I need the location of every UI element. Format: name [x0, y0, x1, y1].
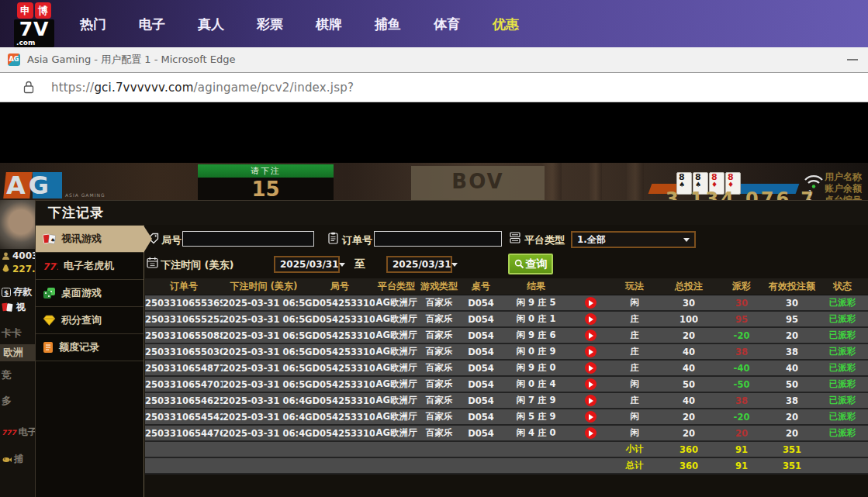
play-type: 闲	[610, 427, 659, 439]
column-header-1: 下注时间 (美东)	[223, 280, 305, 293]
modal-sidebar-item-3[interactable]: 积分查询	[36, 307, 144, 334]
username-label: 用户名称	[825, 171, 862, 183]
modal-body: ♠视讯游戏777电子老虎机桌面游戏积分查询额度记录 局号 订单号 平台类型 1.…	[36, 225, 868, 497]
brand-text: 7V	[19, 18, 50, 40]
url-text[interactable]: https://gci.7vvvvvv.com/agingame/pcv2/in…	[51, 81, 354, 95]
nav-item-4[interactable]: 棋牌	[316, 16, 342, 33]
order-number-input[interactable]	[374, 231, 502, 247]
round-number: GD054253310PE	[305, 330, 375, 341]
browser-urlbar[interactable]: https://gci.7vvvvvv.com/agingame/pcv2/in…	[0, 72, 868, 102]
modal-content: 局号 订单号 平台类型 1.全部 下注时间 (美东) 2025/03/31	[145, 225, 868, 497]
replay-cell	[570, 313, 610, 325]
deposit-link[interactable]: $ 存款	[2, 285, 32, 299]
play-replay-button[interactable]	[585, 427, 597, 439]
nav-item-1[interactable]: 电子	[139, 16, 165, 33]
play-icon	[589, 365, 593, 371]
play-replay-button[interactable]	[585, 362, 597, 374]
site-logo[interactable]: 申 博 7V .com	[14, 2, 54, 47]
replay-cell	[570, 427, 610, 439]
lobby-menu-slots[interactable]: 777 电子	[2, 426, 35, 439]
search-button[interactable]: 查询	[508, 254, 553, 274]
total-bet: 40	[659, 347, 719, 357]
pillar-decor	[590, 163, 602, 200]
play-replay-button[interactable]	[585, 313, 597, 325]
platform-type: AG欧洲厅	[375, 313, 418, 325]
game-type: 百家乐	[418, 427, 460, 439]
order-number: 250331065536923	[145, 298, 223, 309]
lobby-menu-jing[interactable]: 竞	[2, 368, 12, 382]
payout: 20	[719, 428, 764, 439]
game-type: 百家乐	[418, 395, 460, 406]
date-to-value: 2025/03/31	[393, 259, 451, 270]
play-replay-button[interactable]	[585, 297, 597, 309]
lobby-menu-duo[interactable]: 多	[2, 394, 12, 408]
status-badge: 已派彩	[820, 330, 865, 341]
round-number-input[interactable]	[182, 231, 314, 247]
game-type: 百家乐	[418, 378, 460, 390]
bet-time: 2025-03-31 06:54:54	[223, 314, 305, 325]
nav-item-5[interactable]: 捕鱼	[375, 16, 401, 33]
result: 闲 9 庄 0	[502, 362, 570, 374]
result: 闲 7 庄 9	[502, 395, 570, 406]
minimize-button[interactable]	[847, 59, 858, 60]
platform-type: AG欧洲厅	[375, 427, 418, 439]
nav-item-2[interactable]: 真人	[198, 16, 224, 33]
modal-sidebar-item-1[interactable]: 777电子老虎机	[36, 253, 144, 280]
nav-item-0[interactable]: 热门	[80, 16, 106, 33]
lobby-menu-europe[interactable]: 欧洲	[0, 344, 35, 361]
site-nav-menu: 热门电子真人彩票棋牌捕鱼体育优惠	[80, 16, 519, 33]
total-bet: 20	[659, 412, 719, 423]
chevron-down-icon	[451, 263, 458, 267]
modal-sidebar-item-2[interactable]: 桌面游戏	[36, 280, 144, 307]
round-number: GD054253310P9	[305, 379, 375, 390]
nav-item-3[interactable]: 彩票	[257, 16, 283, 33]
ag-logo-text: AG	[6, 171, 52, 200]
result: 闲 0 庄 1	[502, 313, 570, 325]
order-number: 250331065462596	[145, 395, 223, 406]
video-games-tab[interactable]: 视	[2, 301, 26, 314]
total-bet: 30	[659, 298, 719, 309]
play-icon	[589, 430, 593, 437]
play-replay-button[interactable]	[585, 411, 597, 423]
user-count-stat: 4003	[2, 250, 35, 261]
platform-type-select[interactable]: 1.全部	[571, 231, 696, 248]
column-header-3: 平台类型	[375, 280, 418, 293]
lobby-menu-fishing[interactable]: 捕	[2, 453, 23, 466]
modal-sidebar-item-4[interactable]: 额度记录	[36, 334, 144, 361]
platform-type: AG欧洲厅	[375, 297, 418, 309]
lock-icon[interactable]	[23, 81, 34, 94]
column-header-12: 状态	[820, 280, 865, 293]
date-from-select[interactable]: 2025/03/31	[274, 256, 340, 273]
platform-type-label: 平台类型	[524, 233, 565, 247]
nav-item-6[interactable]: 体育	[434, 16, 460, 33]
lobby-menu-kaka[interactable]: 卡卡	[2, 326, 22, 340]
window-title: Asia Gaming - 用户配置 1 - Microsoft Edge	[27, 53, 236, 67]
ag-logo-caption: ASIA GAMING	[65, 192, 105, 198]
bet-time-label: 下注时间 (美东)	[161, 258, 233, 272]
wifi-icon	[804, 174, 824, 189]
column-header-11: 有效投注额	[764, 280, 820, 293]
game-type: 百家乐	[418, 346, 460, 357]
result: 闲 0 庄 9	[502, 346, 570, 357]
nav-item-7[interactable]: 优惠	[493, 16, 519, 33]
play-replay-button[interactable]	[585, 395, 597, 406]
date-to-select[interactable]: 2025/03/31	[386, 256, 452, 273]
play-replay-button[interactable]	[585, 378, 597, 390]
game-type: 百家乐	[418, 411, 460, 423]
valid-bet: 50	[764, 379, 820, 390]
sidebar-item-label: 额度记录	[59, 340, 99, 354]
valid-bet: 38	[764, 347, 820, 357]
column-header-0: 订单号	[145, 280, 223, 293]
play-replay-button[interactable]	[585, 346, 597, 357]
sidebar-item-label: 视讯游戏	[61, 232, 102, 246]
total-bet: 20	[659, 330, 719, 341]
svg-text:♠: ♠	[50, 237, 55, 243]
bov-sign: BOV	[411, 166, 545, 200]
table-number: D054	[460, 428, 502, 439]
column-header-10: 派彩	[719, 280, 764, 293]
play-replay-button[interactable]	[585, 330, 597, 341]
replay-cell	[570, 346, 610, 357]
play-type: 闲	[610, 378, 659, 390]
modal-sidebar-item-0[interactable]: ♠视讯游戏	[36, 226, 144, 253]
total-bet: 40	[659, 363, 719, 374]
